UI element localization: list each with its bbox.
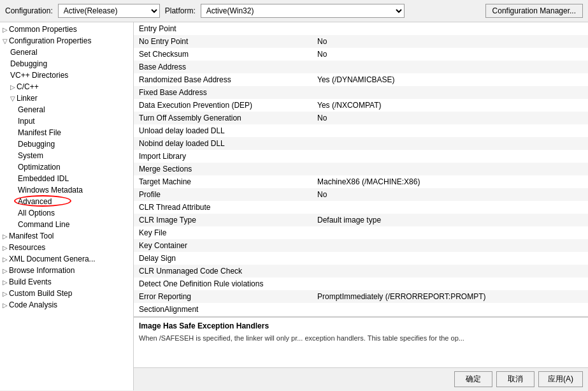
- prop-name: Delay Sign: [134, 252, 312, 265]
- table-row[interactable]: Turn Off Assembly GenerationNo: [134, 112, 588, 124]
- configuration-select[interactable]: Active(Release)DebugRelease: [58, 4, 160, 18]
- prop-value: [312, 277, 588, 290]
- table-row[interactable]: Set ChecksumNo: [134, 48, 588, 61]
- ok-button[interactable]: 确定: [454, 371, 492, 387]
- sidebar-item-browse-info[interactable]: ▷Browse Information: [0, 265, 133, 276]
- table-row[interactable]: CLR Image TypeDefault image type: [134, 214, 588, 226]
- sidebar-item-linker-general[interactable]: General: [0, 104, 133, 115]
- table-row[interactable]: Entry Point: [134, 22, 588, 35]
- expand-icon: ▽: [3, 38, 8, 45]
- left-panel: ▷Common Properties ▽Configuration Proper…: [0, 22, 134, 390]
- prop-name: Merge Sections: [134, 163, 312, 175]
- prop-value: No: [312, 112, 588, 124]
- apply-button[interactable]: 应用(A): [538, 371, 583, 387]
- prop-name: Import Library: [134, 150, 312, 163]
- prop-name: SectionAlignment: [134, 303, 312, 316]
- sidebar-item-xml-doc[interactable]: ▷XML Document Genera...: [0, 253, 133, 265]
- sidebar-item-manifest-file[interactable]: Manifest File: [0, 127, 133, 138]
- prop-name: Data Execution Prevention (DEP): [134, 99, 312, 112]
- table-row[interactable]: Delay Sign: [134, 252, 588, 265]
- prop-value: No: [312, 35, 588, 48]
- prop-value: [312, 22, 588, 35]
- table-row[interactable]: ProfileNo: [134, 188, 588, 201]
- sidebar-item-general[interactable]: General: [0, 47, 133, 58]
- prop-name: Entry Point: [134, 22, 312, 35]
- sidebar-item-command-line[interactable]: Command Line: [0, 219, 133, 230]
- prop-name: Profile: [134, 188, 312, 201]
- right-panel: Entry PointNo Entry PointNoSet ChecksumN…: [134, 22, 588, 390]
- platform-select[interactable]: Active(Win32)Win32x64: [201, 4, 405, 18]
- prop-name: Nobind delay loaded DLL: [134, 137, 312, 150]
- sidebar-item-linker-input[interactable]: Input: [0, 115, 133, 127]
- sidebar-item-linker[interactable]: ▽Linker: [0, 92, 133, 104]
- prop-name: CLR Unmanaged Code Check: [134, 265, 312, 277]
- prop-name: CLR Image Type: [134, 214, 312, 226]
- prop-value: [312, 252, 588, 265]
- prop-value: PromptImmediately (/ERRORREPORT:PROMPT): [312, 290, 588, 303]
- table-row[interactable]: Import Library: [134, 150, 588, 163]
- prop-name: Set Checksum: [134, 48, 312, 61]
- prop-value: No: [312, 188, 588, 201]
- table-row[interactable]: Merge Sections: [134, 163, 588, 175]
- prop-name: Randomized Base Address: [134, 73, 312, 86]
- prop-value: [312, 239, 588, 252]
- table-row[interactable]: No Entry PointNo: [134, 35, 588, 48]
- sidebar-item-all-options[interactable]: All Options: [0, 207, 133, 219]
- sidebar-item-cpp[interactable]: ▷C/C++: [0, 81, 133, 92]
- table-row[interactable]: Key Container: [134, 239, 588, 252]
- table-row[interactable]: Base Address: [134, 61, 588, 73]
- table-row[interactable]: Error ReportingPromptImmediately (/ERROR…: [134, 290, 588, 303]
- expand-icon: ▷: [3, 279, 8, 286]
- config-manager-button[interactable]: Configuration Manager...: [485, 4, 583, 18]
- table-row[interactable]: Unload delay loaded DLL: [134, 124, 588, 137]
- sidebar-item-optimization[interactable]: Optimization: [0, 161, 133, 173]
- sidebar-item-windows-metadata[interactable]: Windows Metadata: [0, 184, 133, 196]
- cancel-button[interactable]: 取消: [496, 371, 534, 387]
- sidebar-item-system[interactable]: System: [0, 150, 133, 161]
- expand-icon: ▷: [3, 302, 8, 309]
- sidebar-item-config-props[interactable]: ▽Configuration Properties: [0, 35, 133, 47]
- expand-icon: ▷: [3, 256, 8, 263]
- prop-value: Yes (/NXCOMPAT): [312, 99, 588, 112]
- prop-value: [312, 86, 588, 99]
- sidebar-item-embedded-idl[interactable]: Embedded IDL: [0, 173, 133, 184]
- table-row[interactable]: SectionAlignment: [134, 303, 588, 316]
- table-row[interactable]: CLR Unmanaged Code Check: [134, 265, 588, 277]
- table-row[interactable]: Target MachineMachineX86 (/MACHINE:X86): [134, 175, 588, 188]
- prop-value: Default image type: [312, 214, 588, 226]
- table-row[interactable]: Detect One Definition Rule violations: [134, 277, 588, 290]
- expand-icon: ▽: [10, 95, 15, 102]
- sidebar-item-manifest-tool[interactable]: ▷Manifest Tool: [0, 230, 133, 242]
- prop-value: [312, 150, 588, 163]
- sidebar-item-debugging[interactable]: Debugging: [0, 58, 133, 70]
- prop-name: Turn Off Assembly Generation: [134, 112, 312, 124]
- prop-name: CLR Thread Attribute: [134, 201, 312, 214]
- table-row[interactable]: Randomized Base AddressYes (/DYNAMICBASE…: [134, 73, 588, 86]
- prop-value: MachineX86 (/MACHINE:X86): [312, 175, 588, 188]
- sidebar-item-advanced[interactable]: Advanced: [0, 196, 133, 207]
- expand-icon: ▷: [3, 290, 8, 297]
- table-row[interactable]: CLR Thread Attribute: [134, 201, 588, 214]
- sidebar-item-resources[interactable]: ▷Resources: [0, 242, 133, 253]
- sidebar-item-build-events[interactable]: ▷Build Events: [0, 276, 133, 288]
- prop-name: Key Container: [134, 239, 312, 252]
- sidebar-item-linker-debugging[interactable]: Debugging: [0, 138, 133, 150]
- sidebar-item-vcpp-dirs[interactable]: VC++ Directories: [0, 70, 133, 81]
- prop-value: No: [312, 48, 588, 61]
- table-row[interactable]: Fixed Base Address: [134, 86, 588, 99]
- sidebar-item-custom-build[interactable]: ▷Custom Build Step: [0, 288, 133, 299]
- expand-icon: ▷: [3, 267, 8, 274]
- prop-value: [312, 137, 588, 150]
- sidebar-item-code-analysis[interactable]: ▷Code Analysis: [0, 299, 133, 311]
- table-row[interactable]: Key File: [134, 226, 588, 239]
- prop-value: Yes (/DYNAMICBASE): [312, 73, 588, 86]
- prop-name: Key File: [134, 226, 312, 239]
- prop-table: Entry PointNo Entry PointNoSet ChecksumN…: [134, 22, 588, 316]
- expand-icon: ▷: [3, 26, 8, 33]
- sidebar-item-common-props[interactable]: ▷Common Properties: [0, 24, 133, 35]
- table-row[interactable]: Nobind delay loaded DLL: [134, 137, 588, 150]
- prop-value: [312, 265, 588, 277]
- table-row[interactable]: Data Execution Prevention (DEP)Yes (/NXC…: [134, 99, 588, 112]
- bottom-panel: Image Has Safe Exception Handlers When /…: [134, 316, 588, 367]
- prop-value: [312, 201, 588, 214]
